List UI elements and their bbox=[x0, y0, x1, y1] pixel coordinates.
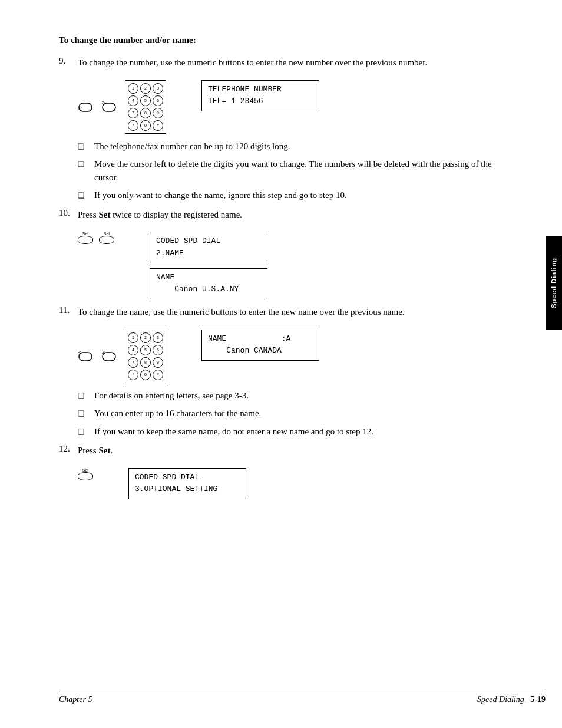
side-tab-label: Speed Dialing bbox=[550, 258, 557, 308]
key-hash-11: # bbox=[153, 370, 163, 380]
step-9-bullets: ❑ The telephone/fax number can be up to … bbox=[78, 140, 515, 202]
key-0-11: 0 bbox=[140, 370, 151, 380]
bullet-text-11-1: For details on entering letters, see pag… bbox=[94, 389, 249, 403]
page-container: Speed Dialing To change the number and/o… bbox=[0, 0, 562, 728]
lcd-step-9: TELEPHONE NUMBERTEL= 1 23456 bbox=[201, 80, 319, 112]
left-arrow-icon-11: ≤ bbox=[78, 348, 97, 364]
arrow-buttons-11: ≤ ≥ 1 2 3 bbox=[78, 330, 166, 383]
arrow-row-11: ≤ ≥ 1 2 3 bbox=[78, 330, 166, 383]
step-10: 10. Press Set twice to display the regis… bbox=[59, 208, 515, 222]
bullet-icon-11-2: ❑ bbox=[78, 407, 94, 420]
key-hash: # bbox=[153, 120, 163, 131]
step-12: 12. Press Set. bbox=[59, 444, 515, 457]
bullet-icon-11-3: ❑ bbox=[78, 425, 94, 438]
bullet-icon-11-1: ❑ bbox=[78, 389, 94, 402]
key-2: 2 bbox=[140, 83, 151, 94]
step-11-number: 11. bbox=[59, 305, 78, 315]
set-buttons-10: Set Set bbox=[78, 232, 114, 244]
footer: Chapter 5 Speed Dialing 5-19 bbox=[59, 690, 546, 704]
step-11: 11. To change the name, use the numeric … bbox=[59, 305, 515, 319]
step-9: 9. To change the number, use the numeric… bbox=[59, 56, 515, 70]
bullet-icon-9-2: ❑ bbox=[78, 157, 94, 170]
keypad-11: 1 2 3 4 5 6 7 8 9 * bbox=[125, 330, 166, 383]
step-11-text: To change the name, use the numeric butt… bbox=[78, 305, 515, 319]
bullet-11-2: ❑ You can enter up to 16 characters for … bbox=[78, 407, 515, 420]
footer-chapter: Chapter 5 bbox=[59, 695, 92, 704]
key-6-11: 6 bbox=[153, 345, 163, 355]
key-5-11: 5 bbox=[140, 345, 151, 355]
key-8: 8 bbox=[140, 108, 151, 118]
right-arrow-icon-9: ≥ bbox=[101, 98, 120, 115]
step-9-number: 9. bbox=[59, 56, 78, 66]
bullet-icon-9-3: ❑ bbox=[78, 189, 94, 202]
step-12-illustration: Set CODED SPD DIAL3.OPTIONAL SETTING bbox=[78, 468, 515, 500]
step-12-number: 12. bbox=[59, 444, 78, 454]
key-3-11: 3 bbox=[153, 332, 163, 343]
step-9-text: To change the number, use the numeric bu… bbox=[78, 56, 515, 70]
set-circle-10-1 bbox=[78, 236, 93, 244]
footer-section-name: Speed Dialing bbox=[477, 695, 524, 704]
lcd-step-11: NAME :A Canon CANADA bbox=[201, 330, 319, 361]
lcd-step-10-1: CODED SPD DIAL2.NAME bbox=[150, 232, 267, 263]
key-0: 0 bbox=[140, 120, 151, 131]
bullet-text-11-3: If you want to keep the same name, do no… bbox=[94, 425, 373, 439]
set-btn-12: Set bbox=[78, 468, 93, 480]
step-9-illustration: ≤ ≥ 1 2 3 bbox=[78, 80, 515, 134]
key-6: 6 bbox=[153, 95, 163, 106]
step-11-illustration: ≤ ≥ 1 2 3 bbox=[78, 330, 515, 383]
set-circle-10-2 bbox=[99, 236, 114, 244]
key-4-11: 4 bbox=[128, 345, 138, 355]
key-2-11: 2 bbox=[140, 332, 151, 343]
arrow-buttons-9: ≤ ≥ 1 2 3 bbox=[78, 80, 166, 134]
key-7: 7 bbox=[128, 108, 138, 118]
key-7-11: 7 bbox=[128, 357, 138, 368]
step-10-text: Press Set twice to display the registere… bbox=[78, 208, 515, 222]
side-tab: Speed Dialing bbox=[546, 236, 562, 330]
bullet-icon-9-1: ❑ bbox=[78, 140, 94, 153]
step-10-number: 10. bbox=[59, 208, 78, 218]
set-circle-12 bbox=[78, 472, 93, 480]
key-star: * bbox=[128, 120, 138, 131]
bullet-text-9-2: Move the cursor left to delete the digit… bbox=[94, 157, 515, 184]
bullet-text-9-3: If you only want to change the name, ign… bbox=[94, 189, 347, 202]
key-9-11: 9 bbox=[153, 357, 163, 368]
step-11-bullets: ❑ For details on entering letters, see p… bbox=[78, 389, 515, 439]
bullet-text-9-1: The telephone/fax number can be up to 12… bbox=[94, 140, 290, 153]
key-3: 3 bbox=[153, 83, 163, 94]
lcd-step-12: CODED SPD DIAL3.OPTIONAL SETTING bbox=[128, 468, 246, 500]
bullet-text-11-2: You can enter up to 16 characters for th… bbox=[94, 407, 261, 420]
bullet-9-1: ❑ The telephone/fax number can be up to … bbox=[78, 140, 515, 153]
key-9: 9 bbox=[153, 108, 163, 118]
left-arrow-icon-9: ≤ bbox=[78, 98, 97, 115]
footer-page-number: 5-19 bbox=[530, 695, 546, 704]
bullet-9-3: ❑ If you only want to change the name, i… bbox=[78, 189, 515, 202]
arrow-row-9: ≤ ≥ 1 2 3 bbox=[78, 80, 166, 134]
bullet-9-2: ❑ Move the cursor left to delete the dig… bbox=[78, 157, 515, 184]
set-btn-10-1: Set bbox=[78, 232, 93, 244]
bullet-11-1: ❑ For details on entering letters, see p… bbox=[78, 389, 515, 403]
key-8-11: 8 bbox=[140, 357, 151, 368]
key-1-11: 1 bbox=[128, 332, 138, 343]
keypad-9: 1 2 3 4 5 6 7 8 9 * bbox=[125, 80, 166, 134]
set-btn-10-2: Set bbox=[99, 232, 114, 244]
bullet-11-3: ❑ If you want to keep the same name, do … bbox=[78, 425, 515, 439]
key-5: 5 bbox=[140, 95, 151, 106]
section-heading: To change the number and/or name: bbox=[59, 35, 515, 45]
step-12-text: Press Set. bbox=[78, 444, 515, 457]
key-4: 4 bbox=[128, 95, 138, 106]
key-star-11: * bbox=[128, 370, 138, 380]
key-1: 1 bbox=[128, 83, 138, 94]
right-arrow-icon-11: ≥ bbox=[101, 348, 120, 364]
step-10-illustration: Set Set CODED SPD DIAL2.NAME NAME Canon … bbox=[78, 232, 515, 299]
lcd-stack-10: CODED SPD DIAL2.NAME NAME Canon U.S.A.NY bbox=[150, 232, 267, 299]
footer-page-info: Speed Dialing 5-19 bbox=[477, 695, 546, 704]
lcd-step-10-2: NAME Canon U.S.A.NY bbox=[150, 268, 267, 300]
